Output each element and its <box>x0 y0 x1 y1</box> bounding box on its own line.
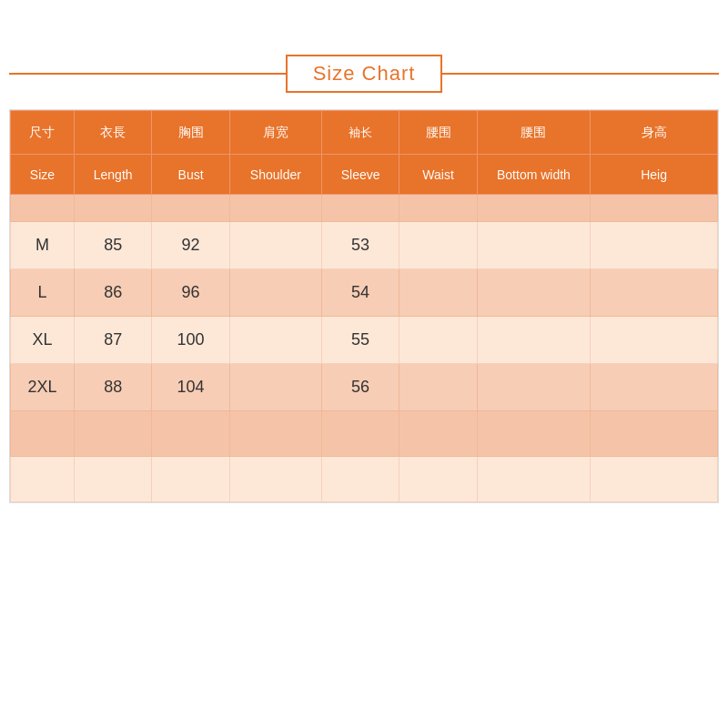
col-zh-bottom: 腰围 <box>477 111 590 155</box>
cell-xl-bottom <box>477 317 590 364</box>
col-en-size: Size <box>11 155 75 195</box>
title-section: Size Chart <box>9 55 719 93</box>
cell-2xl-shoulder <box>229 364 321 411</box>
empty-row-bottom-1 <box>11 411 718 457</box>
table-row-l: L 86 96 54 <box>11 269 718 317</box>
cell-l-size: L <box>11 269 75 317</box>
cell-2xl-bottom <box>477 364 590 411</box>
col-en-sleeve: Sleeve <box>321 155 399 195</box>
title-line-right <box>442 73 719 75</box>
title-box: Size Chart <box>286 55 443 93</box>
cell-l-waist <box>399 269 477 317</box>
col-en-bottom: Bottom width <box>477 155 590 195</box>
cell-xl-sleeve: 55 <box>321 317 399 364</box>
cell-m-shoulder <box>229 222 321 269</box>
col-zh-bust: 胸围 <box>152 111 229 155</box>
cell-xl-waist <box>399 317 477 364</box>
cell-m-sleeve: 53 <box>321 222 399 269</box>
cell-l-height <box>591 269 718 317</box>
cell-l-shoulder <box>229 269 321 317</box>
cell-xl-length: 87 <box>74 317 151 364</box>
col-en-shoulder: Shoulder <box>229 155 321 195</box>
page-wrapper: Size Chart 尺寸 衣長 胸围 肩宽 <box>0 0 728 728</box>
cell-xl-size: XL <box>11 317 75 364</box>
cell-2xl-sleeve: 56 <box>321 364 399 411</box>
cell-m-size: M <box>11 222 75 269</box>
col-zh-length: 衣長 <box>74 111 151 155</box>
cell-m-bottom <box>477 222 590 269</box>
cell-xl-height <box>591 317 718 364</box>
size-chart-table-container: 尺寸 衣長 胸围 肩宽 袖长 腰围 腰围 身高 Size Length Bust… <box>9 109 719 503</box>
table-row-xl: XL 87 100 55 <box>11 317 718 364</box>
col-en-length: Length <box>74 155 151 195</box>
size-chart-table: 尺寸 衣長 胸围 肩宽 袖长 腰围 腰围 身高 Size Length Bust… <box>10 110 718 502</box>
cell-m-bust: 92 <box>152 222 229 269</box>
cell-m-height <box>591 222 718 269</box>
col-zh-sleeve: 袖长 <box>321 111 399 155</box>
col-zh-shoulder: 肩宽 <box>229 111 321 155</box>
cell-l-bottom <box>477 269 590 317</box>
col-zh-waist: 腰围 <box>399 111 477 155</box>
cell-2xl-bust: 104 <box>152 364 229 411</box>
empty-row-bottom-2 <box>11 457 718 502</box>
empty-row-top <box>11 195 718 222</box>
cell-2xl-waist <box>399 364 477 411</box>
title-line-left <box>9 73 286 75</box>
header-row-zh: 尺寸 衣長 胸围 肩宽 袖长 腰围 腰围 身高 <box>11 111 718 155</box>
col-en-bust: Bust <box>152 155 229 195</box>
cell-xl-bust: 100 <box>152 317 229 364</box>
cell-2xl-length: 88 <box>74 364 151 411</box>
table-row-m: M 85 92 53 <box>11 222 718 269</box>
cell-m-waist <box>399 222 477 269</box>
col-en-height: Heig <box>591 155 718 195</box>
page-title: Size Chart <box>313 62 416 85</box>
col-zh-height: 身高 <box>591 111 718 155</box>
cell-m-length: 85 <box>74 222 151 269</box>
cell-l-sleeve: 54 <box>321 269 399 317</box>
cell-l-length: 86 <box>74 269 151 317</box>
cell-l-bust: 96 <box>152 269 229 317</box>
cell-2xl-height <box>591 364 718 411</box>
col-zh-size: 尺寸 <box>11 111 75 155</box>
cell-xl-shoulder <box>229 317 321 364</box>
col-en-waist: Waist <box>399 155 477 195</box>
cell-2xl-size: 2XL <box>11 364 75 411</box>
table-row-2xl: 2XL 88 104 56 <box>11 364 718 411</box>
header-row-en: Size Length Bust Shoulder Sleeve Waist B… <box>11 155 718 195</box>
